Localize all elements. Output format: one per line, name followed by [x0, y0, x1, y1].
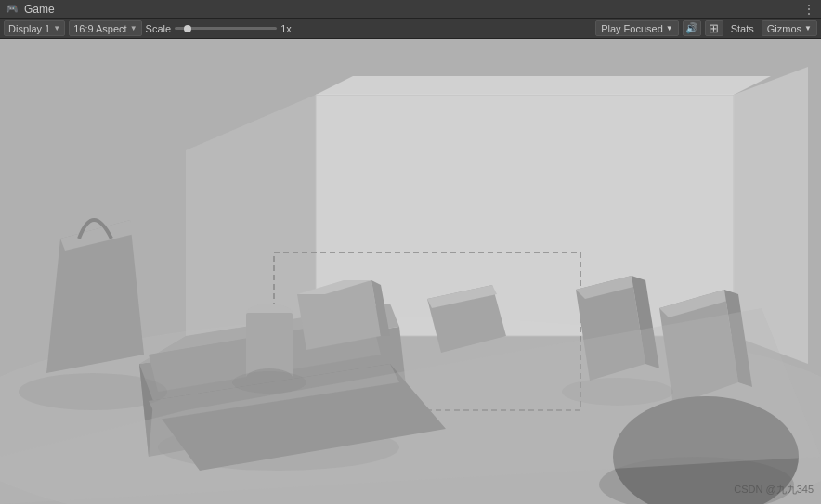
display-label: Display 1: [8, 23, 50, 34]
display-arrow: ▼: [53, 24, 60, 32]
audio-button[interactable]: 🔊: [683, 20, 701, 36]
svg-point-32: [19, 373, 167, 410]
aspect-label: 16:9 Aspect: [73, 23, 127, 34]
gizmos-label: Gizmos: [767, 23, 801, 34]
scale-label: Scale: [146, 23, 172, 34]
scale-slider-thumb: [184, 25, 191, 32]
svg-rect-13: [246, 313, 293, 378]
toolbar-right: Play Focused ▼ 🔊 ⊞ Stats Gizmos ▼: [595, 20, 817, 36]
watermark-text: CSDN @九九345: [734, 484, 814, 495]
audio-icon: 🔊: [685, 22, 698, 34]
gizmos-dropdown[interactable]: Gizmos ▼: [762, 20, 817, 36]
game-viewport: CSDN @九九345: [0, 39, 821, 504]
svg-point-31: [232, 371, 306, 394]
aspect-dropdown[interactable]: 16:9 Aspect ▼: [69, 20, 141, 36]
aspect-arrow: ▼: [130, 24, 137, 32]
grid-icon: ⊞: [709, 21, 719, 35]
gizmos-arrow: ▼: [804, 24, 812, 32]
play-focused-arrow: ▼: [666, 24, 673, 32]
grid-button[interactable]: ⊞: [705, 20, 723, 36]
stats-label: Stats: [731, 23, 754, 34]
play-focused-dropdown[interactable]: Play Focused ▼: [595, 20, 679, 36]
svg-marker-4: [316, 76, 771, 95]
scale-slider[interactable]: [175, 27, 277, 30]
stats-button[interactable]: Stats: [727, 20, 758, 36]
toolbar: Display 1 ▼ 16:9 Aspect ▼ Scale 1x Play …: [0, 19, 821, 39]
scene-render: [0, 39, 821, 504]
play-focused-label: Play Focused: [601, 23, 663, 34]
watermark: CSDN @九九345: [734, 483, 814, 497]
scale-value: 1x: [280, 23, 292, 34]
title-bar-label: Game: [24, 3, 55, 16]
scale-section: Scale 1x: [146, 23, 292, 34]
title-bar: 🎮 Game ⋮: [0, 0, 821, 19]
game-icon: 🎮: [6, 3, 19, 15]
title-bar-menu[interactable]: ⋮: [802, 2, 815, 17]
display-dropdown[interactable]: Display 1 ▼: [4, 20, 65, 36]
